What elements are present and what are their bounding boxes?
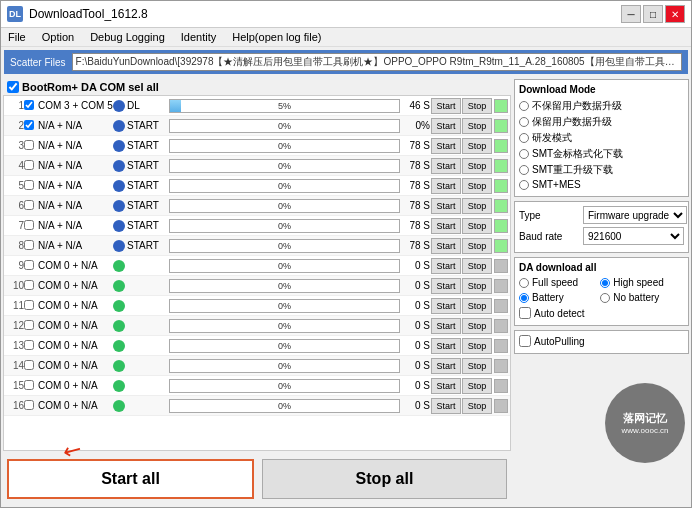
- row-checkbox[interactable]: [24, 140, 34, 150]
- dm-option-1: 不保留用户数据升级: [519, 99, 684, 113]
- row-status: [494, 139, 508, 153]
- row-time: 0 S: [402, 360, 430, 371]
- row-checkbox[interactable]: [24, 340, 34, 350]
- type-select[interactable]: Firmware upgrade: [583, 206, 687, 224]
- baud-select[interactable]: 921600: [583, 227, 684, 245]
- row-stop-button[interactable]: Stop: [462, 198, 492, 214]
- progress-bar-container: 0%: [169, 319, 400, 333]
- row-start-button[interactable]: Start: [431, 138, 461, 154]
- row-checkbox[interactable]: [24, 220, 34, 230]
- progress-text: 0%: [170, 120, 399, 132]
- row-stop-button[interactable]: Stop: [462, 138, 492, 154]
- row-start-button[interactable]: Start: [431, 398, 461, 414]
- row-start-button[interactable]: Start: [431, 378, 461, 394]
- baud-label: Baud rate: [519, 231, 579, 242]
- type-baud-box: Type Firmware upgrade Baud rate 921600: [514, 201, 689, 253]
- row-type: START: [127, 180, 167, 191]
- progress-text: 0%: [170, 400, 399, 412]
- watermark: 落网记忆 www.oooc.cn: [605, 383, 685, 463]
- row-port: N/A + N/A: [38, 160, 113, 171]
- row-port: N/A + N/A: [38, 220, 113, 231]
- menu-option[interactable]: Option: [39, 30, 77, 44]
- row-stop-button[interactable]: Stop: [462, 318, 492, 334]
- row-start-button[interactable]: Start: [431, 178, 461, 194]
- download-mode-title: Download Mode: [519, 84, 684, 95]
- row-stop-button[interactable]: Stop: [462, 118, 492, 134]
- download-list: 1 COM 3 + COM 5 DL 5% 46 S Start Stop 2 …: [3, 95, 511, 451]
- minimize-button[interactable]: ─: [621, 5, 641, 23]
- row-checkbox[interactable]: [24, 260, 34, 270]
- row-stop-button[interactable]: Stop: [462, 298, 492, 314]
- row-checkbox[interactable]: [24, 160, 34, 170]
- row-checkbox[interactable]: [24, 180, 34, 190]
- progress-text: 0%: [170, 380, 399, 392]
- row-start-button[interactable]: Start: [431, 278, 461, 294]
- row-stop-button[interactable]: Stop: [462, 218, 492, 234]
- table-row: 16 COM 0 + N/A 0% 0 S Start Stop: [4, 396, 510, 416]
- start-all-button[interactable]: Start all: [7, 459, 254, 499]
- scatter-path[interactable]: F:\BaiduYunDownload\[392978【★清解压后用包里自带工具…: [72, 53, 682, 71]
- row-checkbox[interactable]: [24, 380, 34, 390]
- row-start-button[interactable]: Start: [431, 298, 461, 314]
- select-all-checkbox[interactable]: [7, 81, 19, 93]
- table-row: 7 N/A + N/A START 0% 78 S Start Stop: [4, 216, 510, 236]
- download-mode-box: Download Mode 不保留用户数据升级 保留用户数据升级 研发模式 SM…: [514, 79, 689, 197]
- row-stop-button[interactable]: Stop: [462, 238, 492, 254]
- row-status: [494, 279, 508, 293]
- row-stop-button[interactable]: Stop: [462, 158, 492, 174]
- row-num: 12: [6, 320, 24, 331]
- row-time: 0 S: [402, 300, 430, 311]
- row-num: 6: [6, 200, 24, 211]
- status-dot: [113, 220, 125, 232]
- row-start-button[interactable]: Start: [431, 218, 461, 234]
- menu-identity[interactable]: Identity: [178, 30, 219, 44]
- dm-label-4: SMT金标格式化下载: [532, 147, 623, 161]
- close-button[interactable]: ✕: [665, 5, 685, 23]
- menu-help[interactable]: Help(open log file): [229, 30, 324, 44]
- row-status: [494, 379, 508, 393]
- watermark-text2: www.oooc.cn: [621, 426, 668, 435]
- row-checkbox[interactable]: [24, 120, 34, 130]
- row-stop-button[interactable]: Stop: [462, 398, 492, 414]
- row-checkbox[interactable]: [24, 360, 34, 370]
- row-start-button[interactable]: Start: [431, 358, 461, 374]
- row-port: N/A + N/A: [38, 140, 113, 151]
- row-checkbox[interactable]: [24, 400, 34, 410]
- stop-all-label: Stop all: [356, 470, 414, 487]
- row-checkbox[interactable]: [24, 200, 34, 210]
- progress-bar-container: 0%: [169, 119, 400, 133]
- row-port: N/A + N/A: [38, 200, 113, 211]
- row-start-button[interactable]: Start: [431, 318, 461, 334]
- maximize-button[interactable]: □: [643, 5, 663, 23]
- row-stop-button[interactable]: Stop: [462, 378, 492, 394]
- row-start-button[interactable]: Start: [431, 198, 461, 214]
- row-stop-button[interactable]: Stop: [462, 258, 492, 274]
- menu-file[interactable]: File: [5, 30, 29, 44]
- row-stop-button[interactable]: Stop: [462, 278, 492, 294]
- row-port: N/A + N/A: [38, 240, 113, 251]
- row-start-button[interactable]: Start: [431, 118, 461, 134]
- row-checkbox[interactable]: [24, 240, 34, 250]
- select-all-label[interactable]: BootRom+ DA COM sel all: [7, 81, 159, 93]
- row-checkbox[interactable]: [24, 100, 34, 110]
- row-port: COM 0 + N/A: [38, 320, 113, 331]
- row-stop-button[interactable]: Stop: [462, 338, 492, 354]
- row-start-button[interactable]: Start: [431, 258, 461, 274]
- row-start-button[interactable]: Start: [431, 158, 461, 174]
- progress-bar-container: 0%: [169, 379, 400, 393]
- stop-all-button[interactable]: Stop all: [262, 459, 507, 499]
- row-checkbox[interactable]: [24, 300, 34, 310]
- row-start-button[interactable]: Start: [431, 238, 461, 254]
- window-title: DownloadTool_1612.8: [29, 7, 148, 21]
- row-stop-button[interactable]: Stop: [462, 178, 492, 194]
- row-checkbox[interactable]: [24, 320, 34, 330]
- row-start-button[interactable]: Start: [431, 98, 461, 114]
- row-checkbox[interactable]: [24, 280, 34, 290]
- row-type: START: [127, 120, 167, 131]
- menu-debug-logging[interactable]: Debug Logging: [87, 30, 168, 44]
- main-area: BootRom+ DA COM sel all 1 COM 3 + COM 5 …: [1, 77, 691, 507]
- row-stop-button[interactable]: Stop: [462, 358, 492, 374]
- row-start-button[interactable]: Start: [431, 338, 461, 354]
- row-status: [494, 299, 508, 313]
- row-stop-button[interactable]: Stop: [462, 98, 492, 114]
